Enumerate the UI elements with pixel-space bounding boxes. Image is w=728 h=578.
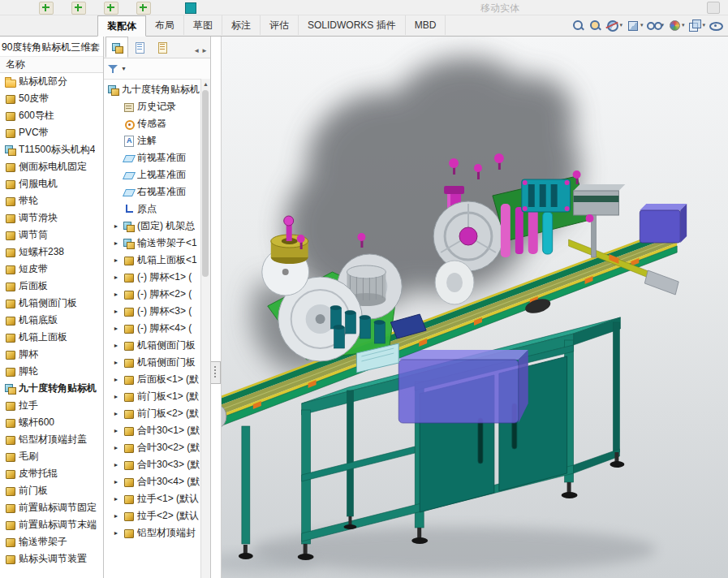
expand-arrow-icon[interactable]: ► [112,496,120,502]
command-tab[interactable]: 标注 [222,15,261,35]
tree-item[interactable]: ► (固定) 机架总 [104,218,210,235]
file-list-item[interactable]: 短螺杆238 [0,244,103,261]
tree-item[interactable]: ► 上视基准面 [104,166,210,183]
tab-scroll-right-icon[interactable]: ► [201,47,208,54]
tree-item[interactable]: ► 注解 [104,132,210,149]
tree-item[interactable]: ► 机箱侧面门板 [104,354,210,371]
view-tool-button[interactable]: ▾ [588,16,602,34]
tab-property-manager[interactable] [128,37,151,58]
tree-item[interactable]: ► 铝型材顶端封 [104,524,210,541]
expand-arrow-icon[interactable]: ► [112,326,120,331]
model-motor-box[interactable] [398,350,528,423]
dropdown-caret-icon[interactable]: ▾ [702,22,705,28]
dropdown-caret-icon[interactable]: ▾ [640,22,644,28]
expand-arrow-icon[interactable]: ► [112,479,120,485]
tree-scrollbar[interactable]: ▲ [200,79,210,578]
filter-funnel-icon[interactable] [107,63,119,75]
expand-arrow-icon[interactable]: ► [112,308,120,314]
tree-item[interactable]: ► 输送带架子<1 [104,235,210,252]
file-list-item[interactable]: 短皮带 [0,261,103,278]
tree-item[interactable]: ► (-) 脚杯<3> ( [104,303,210,320]
filter-caret-icon[interactable]: ▼ [121,66,127,71]
tab-scroll-left-icon[interactable]: ◄ [193,47,200,54]
file-list-item[interactable]: 螺杆600 [0,414,103,431]
file-list-item[interactable]: 伺服电机 [0,175,103,192]
view-tool-button[interactable]: ▾ [687,16,706,34]
expand-arrow-icon[interactable]: ► [112,223,120,229]
scroll-thumb[interactable] [202,90,209,277]
file-list-item[interactable]: 前置贴标调节末端 [0,516,103,533]
expand-arrow-icon[interactable]: ► [112,291,120,297]
file-list-item[interactable]: 机箱侧面门板 [0,295,103,312]
control-box[interactable] [522,179,571,212]
tree-item[interactable]: ► 合叶30<4> (默 [104,473,210,490]
insert-feature-icon[interactable] [71,2,86,15]
dropdown-caret-icon[interactable]: ▾ [682,22,685,28]
gray-box[interactable] [574,184,626,215]
file-list-item[interactable]: 后面板 [0,278,103,295]
tree-item[interactable]: ► 合叶30<1> (默 [104,422,210,439]
file-list-item[interactable]: 机箱底版 [0,312,103,329]
tree-item[interactable]: ► 机箱上面板<1 [104,252,210,269]
expand-arrow-icon[interactable]: ► [112,530,120,536]
file-list-item[interactable]: 皮带托辊 [0,465,103,482]
view-tool-button[interactable]: ▾ [646,16,665,34]
expand-arrow-icon[interactable]: ► [112,257,120,263]
tab-feature-tree[interactable] [106,37,128,58]
tree-item[interactable]: ► 前门板<2> (默 [104,405,210,422]
expand-arrow-icon[interactable]: ► [112,360,120,365]
file-list-item[interactable]: 贴标机部分 [0,73,103,90]
insert-part-icon[interactable] [104,2,118,15]
expand-arrow-icon[interactable]: ► [112,428,120,434]
view-tool-button[interactable]: ▾ [605,16,623,34]
tree-item[interactable]: ► (-) 脚杯<1> ( [104,269,210,286]
command-tab[interactable]: 布局 [146,15,184,35]
view-tool-button[interactable]: ▾ [626,16,644,34]
file-list-item[interactable]: 毛刷 [0,448,103,465]
command-tab[interactable]: SOLIDWORKS 插件 [299,15,406,35]
file-list-header[interactable]: 名称 [0,56,103,73]
expand-arrow-icon[interactable]: ► [112,462,120,468]
file-list-item[interactable]: 脚轮 [0,363,103,380]
sketch-tool-icon[interactable] [185,2,196,14]
tree-item[interactable]: ► 前门板<1> (默 [104,388,210,405]
command-tab[interactable]: 装配体 [97,15,146,37]
viewport-canvas[interactable] [211,37,728,578]
file-list-item[interactable]: 前门板 [0,482,103,499]
expand-arrow-icon[interactable]: ► [112,377,120,382]
tree-item[interactable]: ► 合叶30<3> (默 [104,456,210,473]
insert-component-icon[interactable] [39,2,54,15]
view-tool-button[interactable]: ▾ [709,16,723,34]
toolbar-options-icon[interactable] [707,2,720,14]
file-list-item[interactable]: T11500标头机构4 [0,141,103,158]
file-list-item[interactable]: 带轮 [0,192,103,209]
graphics-area[interactable] [211,37,728,578]
tree-item[interactable]: ► 合叶30<2> (默 [104,439,210,456]
tree-item[interactable]: ► 历史记录 [104,98,210,115]
scroll-up-icon[interactable]: ▲ [201,79,210,89]
file-list-item[interactable]: 贴标头调节装置 [0,550,103,567]
tree-item[interactable]: ► 传感器 [104,115,210,132]
tree-item[interactable]: ► 后面板<1> (默 [104,371,210,388]
file-list-item[interactable]: 铝型材顶端封盖 [0,431,103,448]
insert-assembly-icon[interactable] [136,2,151,15]
expand-arrow-icon[interactable]: ► [112,445,120,451]
tree-item[interactable]: ► 机箱侧面门板 [104,337,210,354]
tree-root-item[interactable]: 九十度转角贴标机 [104,81,210,98]
file-list-item[interactable]: 机箱上面板 [0,329,103,346]
tree-item[interactable]: ► (-) 脚杯<2> ( [104,286,210,303]
file-list-item[interactable]: 调节滑块 [0,209,103,226]
command-tab[interactable]: 评估 [261,15,299,35]
file-list-item[interactable]: 50皮带 [0,90,103,107]
expand-arrow-icon[interactable]: ► [112,513,120,519]
expand-arrow-icon[interactable]: ► [112,411,120,416]
file-list-item[interactable]: 调节筒 [0,226,103,244]
file-list-item[interactable]: 拉手 [0,397,103,414]
file-list-item[interactable]: 九十度转角贴标机 [0,380,103,397]
file-list-item[interactable]: 脚杯 [0,346,103,363]
tree-item[interactable]: ► (-) 脚杯<4> ( [104,320,210,337]
expand-arrow-icon[interactable]: ► [112,240,120,246]
expand-arrow-icon[interactable]: ► [112,343,120,348]
file-list-item[interactable]: PVC带 [0,124,103,141]
command-tab[interactable]: 草图 [184,15,222,35]
